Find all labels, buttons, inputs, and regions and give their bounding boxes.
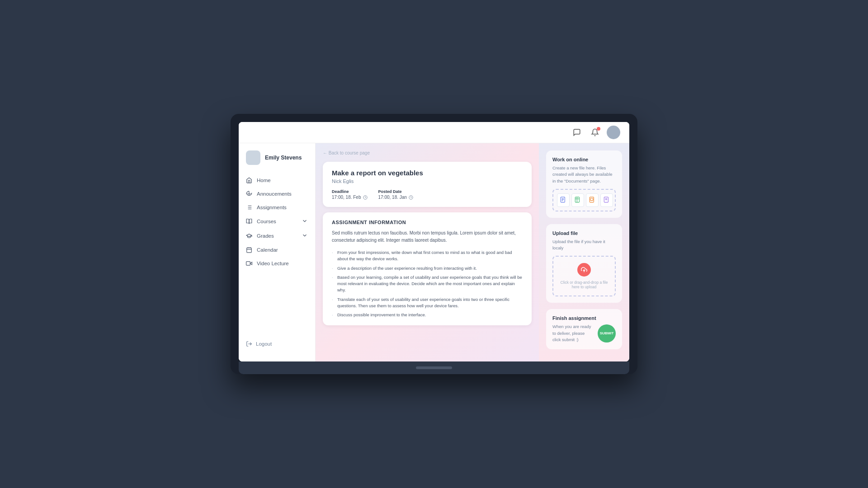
right-panel: Work on online Create a new file here. F… (539, 143, 629, 361)
work-online-title: Work on online (552, 157, 616, 162)
announcements-label: Annoucements (257, 191, 292, 197)
upload-file-section: Upload file Upload the file if you have … (546, 224, 622, 303)
bell-icon[interactable] (589, 126, 601, 139)
sidebar-item-video[interactable]: Video Lecture (239, 257, 315, 270)
posted-value: 17:00, 18. Jan (378, 195, 407, 200)
breadcrumb: ← Back to course page (323, 150, 532, 155)
spreadsheet-icon-button[interactable] (571, 193, 584, 207)
deadline-value: 17:00, 18. Feb (332, 195, 361, 200)
info-list: From your first impressions, write down … (332, 249, 523, 318)
upload-text: Upload the file if you have it localy (552, 239, 616, 252)
work-online-section: Work on online Create a new file here. F… (546, 150, 622, 218)
posted-item: Posted Date 17:00, 18. Jan (378, 189, 413, 200)
sidebar-item-assignments[interactable]: Assignments (239, 201, 315, 214)
video-label: Video Lecture (257, 261, 289, 266)
upload-area[interactable]: Click or drag-and-drop a file here to up… (552, 256, 616, 296)
doc-icon-button[interactable] (557, 193, 570, 207)
list-item: Discuss possible improvement to the inte… (332, 312, 523, 318)
courses-label: Courses (257, 219, 276, 224)
assignment-title: Make a report on vegetables (332, 169, 523, 177)
content-area: ← Back to course page Make a report on v… (316, 143, 539, 361)
presentation-icon-button[interactable] (586, 193, 599, 207)
grades-label: Grades (257, 233, 274, 239)
submit-button[interactable]: SUBMIT (598, 324, 616, 343)
finish-text: When you are ready to deliver, please cl… (552, 324, 594, 343)
user-avatar[interactable] (607, 126, 620, 139)
list-item: Translate each of your sets of usability… (332, 296, 523, 310)
courses-chevron (302, 218, 308, 225)
finish-title: Finish assignment (552, 315, 616, 321)
list-item: Based on your learning, compile a set of… (332, 274, 523, 294)
finish-section: Finish assignment When you are ready to … (546, 309, 622, 349)
info-card: ASSIGNMENT INFORMATION Sed mollis rutrum… (323, 212, 532, 325)
deadline-label: Deadline (332, 189, 368, 194)
assignments-label: Assignments (257, 205, 287, 210)
svg-rect-25 (590, 198, 593, 201)
nav-items: Home Annoucements Assignments Cours (239, 174, 315, 333)
finish-row: When you are ready to deliver, please cl… (552, 324, 616, 343)
svg-marker-12 (250, 262, 252, 265)
back-link[interactable]: ← Back to course page (323, 150, 370, 155)
grades-chevron (302, 232, 308, 239)
calendar-label: Calendar (257, 247, 278, 253)
topbar (239, 122, 629, 143)
upload-icon (577, 263, 591, 277)
user-name: Emily Stevens (265, 155, 302, 161)
chat-icon[interactable] (571, 126, 583, 139)
deadline-item: Deadline 17:00, 18. Feb (332, 189, 368, 200)
assignment-author: Nick Eglis (332, 178, 523, 184)
home-label: Home (257, 178, 271, 183)
work-online-text: Create a new file here. Files created wi… (552, 165, 616, 184)
svg-rect-8 (247, 248, 252, 253)
doc-icons-grid (552, 189, 616, 211)
svg-rect-13 (246, 262, 250, 265)
logout-button[interactable]: Logout (246, 341, 308, 347)
notification-badge (597, 127, 600, 131)
sidebar-item-courses[interactable]: Courses (239, 215, 315, 228)
sidebar: Emily Stevens Home Annoucements (239, 143, 316, 361)
posted-label: Posted Date (378, 189, 413, 194)
svg-rect-21 (575, 197, 579, 202)
user-section: Emily Stevens (239, 150, 315, 174)
list-item: From your first impressions, write down … (332, 249, 523, 263)
logout-label: Logout (256, 341, 272, 347)
user-avatar-small (246, 150, 260, 165)
note-icon-button[interactable] (600, 193, 613, 207)
sidebar-item-calendar[interactable]: Calendar (239, 244, 315, 256)
sidebar-item-announcements[interactable]: Annoucements (239, 188, 315, 200)
sidebar-item-home[interactable]: Home (239, 174, 315, 187)
sidebar-bottom: Logout (239, 333, 315, 354)
upload-cta: Click or drag-and-drop a file here to up… (560, 280, 609, 289)
assignment-card: Make a report on vegetables Nick Eglis D… (323, 162, 532, 207)
info-title: ASSIGNMENT INFORMATION (332, 220, 523, 225)
list-item: Give a description of the user experienc… (332, 265, 523, 272)
info-intro: Sed mollis rutrum lectus non faucibus. M… (332, 230, 523, 244)
sidebar-item-grades[interactable]: Grades (239, 229, 315, 243)
upload-title: Upload file (552, 230, 616, 236)
assignment-meta: Deadline 17:00, 18. Feb Posted Date 17:0… (332, 189, 523, 200)
